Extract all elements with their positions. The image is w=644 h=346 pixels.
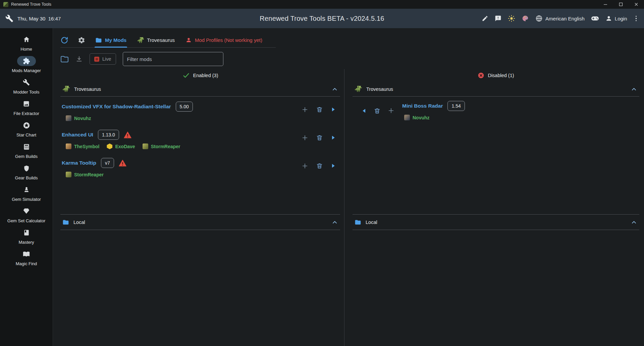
enable-mod-button[interactable] [361,108,367,114]
delete-mod-button[interactable] [316,134,323,141]
mod-title[interactable]: Enhanced UI [62,132,93,138]
sidebar-item-file-extractor[interactable]: File Extractor [0,97,53,118]
plus-icon [301,162,309,170]
language-selector[interactable]: American English [535,15,585,22]
language-label: American English [545,16,585,21]
author-stormreaper[interactable]: StormReaper [66,172,104,177]
maximize-button[interactable] [613,0,629,9]
disabled-count-label: Disabled (1) [488,73,514,78]
add-mod-button[interactable] [301,106,309,113]
open-folder-button[interactable] [60,55,69,63]
novuhz-avatar [404,115,410,120]
author-name: StormReaper [151,144,180,149]
refresh-icon [60,36,68,44]
mod-version-chip: 1.13.0 [98,130,119,140]
mod-title[interactable]: Customized VFX for Shadow-Radiant-Stella… [62,104,171,110]
sidebar-item-modder-tools[interactable]: Modder Tools [0,75,53,97]
gamepad-icon [591,15,599,22]
sidebar-item-gem-simulator[interactable]: Gem Simulator [0,182,53,204]
disabled-local-section-header[interactable]: Local [353,215,639,230]
tabs-row: My Mods Trovesaurus Mod Profiles (Not wo… [60,33,276,48]
sidebar-item-mods-manager[interactable]: Mods Manager [0,54,53,75]
trash-icon [374,107,381,114]
feedback-button[interactable] [495,15,501,22]
sidebar-item-gem-builds[interactable]: Gem Builds [0,139,53,161]
tab-trovesaurus[interactable]: Trovesaurus [137,33,175,47]
author-novuhz[interactable]: Novuhz [404,115,430,120]
sidebar-item-star-chart[interactable]: Star Chart [0,118,53,139]
close-icon [634,2,638,6]
add-mod-button[interactable] [301,162,309,170]
mod-row-karma-tooltip: Karma Tooltip v7 StormReaper [60,153,340,181]
folder-icon [62,219,69,226]
tab-mod-profiles[interactable]: Mod Profiles (Not working yet) [185,33,263,47]
collapse-chevron-up-icon[interactable] [631,219,637,226]
page-title: Renewed Trove Tools BETA - v2024.5.16 [260,15,384,22]
refresh-button[interactable] [60,36,68,44]
sidebar-item-label: Magic Find [16,261,37,266]
puzzle-icon [17,56,36,66]
disabled-column: Disabled (1) Trovesaurus [344,69,644,346]
collapse-chevron-up-icon[interactable] [331,219,338,226]
accent-color-button[interactable] [522,15,529,22]
enabled-local-section-header[interactable]: Local [60,215,340,230]
login-button[interactable]: Login [605,15,627,22]
mod-version-chip: v7 [101,158,114,168]
theme-toggle-button[interactable] [508,15,515,22]
delete-mod-button[interactable] [374,107,381,114]
sidebar-item-magic-find[interactable]: Magic Find [0,247,53,268]
home-icon [21,35,32,45]
live-toggle-button[interactable]: Live [90,53,116,65]
sidebar-item-mastery[interactable]: Mastery [0,225,53,247]
arrow-right-icon [330,107,336,112]
check-icon [182,72,190,79]
author-exodave[interactable]: ExoDave [107,143,135,149]
settings-button[interactable] [78,37,85,44]
sidebar-item-label: Gem Simulator [12,197,41,202]
mod-version-chip: 1.54 [447,101,465,111]
datetime-label: Thu, May 30 16:47 [17,16,61,21]
collapse-chevron-up-icon[interactable] [331,86,338,93]
sidebar-item-gear-builds[interactable]: Gear Builds [0,161,53,182]
sidebar-item-label: Gem Set Calculator [7,218,45,223]
patch-notes-button[interactable] [482,15,488,22]
mods-columns: Enabled (3) Trovesaurus Customized VFX f… [60,69,644,346]
tab-my-mods[interactable]: My Mods [95,33,127,47]
filter-mods-input[interactable] [123,52,223,66]
shield-icon [21,163,32,173]
gamepad-button[interactable] [591,15,599,22]
minimize-button[interactable] [598,0,613,9]
window-title: Renewed Trove Tools [11,2,51,7]
folder-icon [95,37,102,44]
globe-icon [535,15,543,22]
maximize-icon [619,2,623,6]
author-novuhz[interactable]: Novuhz [66,115,91,121]
add-mod-button[interactable] [387,107,395,114]
enabled-trovesaurus-section-header[interactable]: Trovesaurus [60,82,340,97]
download-button[interactable] [75,55,83,63]
folder-icon [355,219,361,226]
disable-mod-button[interactable] [330,107,336,112]
close-button[interactable] [629,0,644,9]
sidebar-item-home[interactable]: Home [0,32,53,54]
delete-mod-button[interactable] [316,162,323,169]
overflow-menu-button[interactable] [634,15,639,22]
disable-mod-button[interactable] [330,163,336,169]
collapse-chevron-up-icon[interactable] [631,86,637,93]
author-stormreaper[interactable]: StormReaper [143,143,180,149]
sidebar-item-gem-set-calculator[interactable]: Gem Set Calculator [0,204,53,225]
open-book-icon [21,249,32,259]
mod-title[interactable]: Mini Boss Radar [402,103,443,109]
mod-title[interactable]: Karma Tooltip [62,160,96,166]
disable-mod-button[interactable] [330,135,336,140]
disabled-trovesaurus-section-header[interactable]: Trovesaurus [353,82,639,97]
gem-icon [21,206,32,216]
palette-icon [522,15,529,22]
login-label: Login [615,16,627,21]
mod-row-mini-boss-radar: Mini Boss Radar 1.54 Novuhz [353,97,639,125]
add-mod-button[interactable] [301,134,309,141]
delete-mod-button[interactable] [316,106,323,113]
author-thesymbol[interactable]: TheSymbol [66,143,99,149]
stormreaper-avatar [66,172,71,177]
minimize-icon [603,2,607,6]
